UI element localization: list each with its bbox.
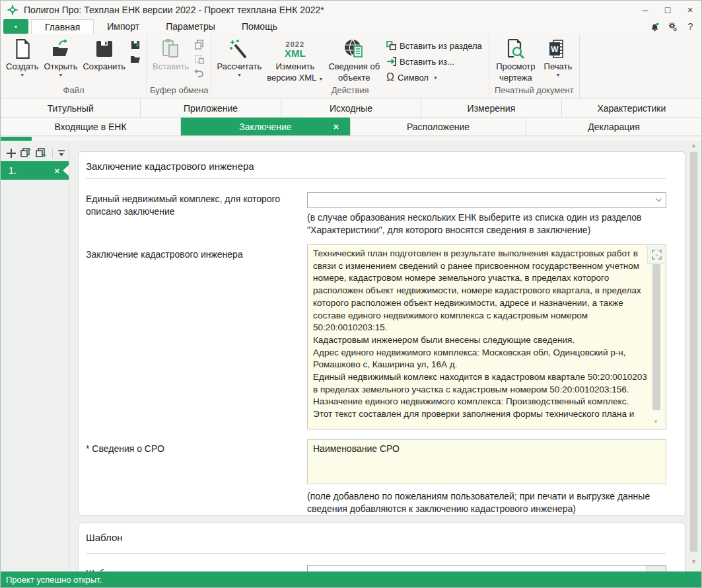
insert-from-section-icon	[386, 41, 396, 50]
ribbon-group-clipboard: Вставить Буфер обмена	[147, 34, 211, 98]
duplicate-record-icon[interactable]	[20, 148, 31, 158]
tab-kharakteristiki[interactable]: Характеристики	[562, 99, 701, 117]
copy-button[interactable]	[193, 39, 205, 50]
enk-combobox[interactable]	[307, 192, 666, 208]
tab-titulny[interactable]: Титульный	[1, 99, 141, 117]
enk-field-label: Единый недвижимый комплекс, для которого…	[86, 193, 308, 218]
insert-from-icon	[386, 57, 396, 66]
xml-2022-icon: 2022 XML	[285, 38, 306, 60]
records-sidebar: 1. ×	[1, 141, 69, 571]
change-xml-version-button[interactable]: 2022 XML Изменить версию XML ▼	[264, 35, 326, 84]
tab-zaklyuchenie[interactable]: Заключение ×	[181, 118, 351, 135]
chevron-down-icon	[656, 198, 662, 202]
drawing-preview-button[interactable]: Просмотр чертежа	[492, 35, 540, 83]
calculate-dropdown-caret: ▼	[237, 73, 242, 77]
scroll-up-icon[interactable]: ▲	[691, 142, 697, 149]
save-floppy-icon	[95, 38, 114, 60]
open-button[interactable]: Открыть ▼	[41, 35, 80, 77]
tab-prilozhenie[interactable]: Приложение	[141, 99, 281, 117]
calculate-button[interactable]: Рассчитать ▼	[214, 35, 264, 77]
template-section-card: Шаблон Шаблон	[78, 523, 685, 571]
section-title-conclusion: Заключение кадастрового инженера	[86, 161, 254, 172]
tab-deklaratsiya[interactable]: Декларация	[526, 118, 701, 135]
create-dropdown-caret: ▼	[20, 73, 24, 77]
sidebar-item-label: 1.	[9, 165, 17, 176]
status-message: Проект успешно открыт.	[6, 575, 102, 585]
title-bar: Полигон Про: Техплан ЕНК версии 2022 - П…	[1, 1, 701, 19]
minimize-button[interactable]: –	[634, 1, 656, 19]
sro-textarea[interactable]: Наименование СРО	[307, 439, 666, 484]
sidebar-item-close-icon[interactable]: ×	[54, 166, 59, 176]
tab-izmereniya[interactable]: Измерения	[421, 99, 561, 117]
document-tabs-row1: Титульный Приложение Исходные Измерения …	[1, 99, 701, 118]
print-button[interactable]: W Печать ▼	[540, 35, 577, 77]
section-divider	[86, 553, 666, 554]
template-browse-button[interactable]	[647, 566, 666, 571]
sro-field-hint: (поле добавлено по пожеланиям пользовате…	[307, 490, 666, 515]
collapse-list-icon[interactable]	[57, 149, 65, 157]
textarea-scroll-down-icon[interactable]: ▼	[653, 419, 658, 425]
tab-close-icon[interactable]: ×	[333, 122, 339, 132]
new-document-icon	[14, 38, 31, 60]
tab-import[interactable]: Импорт	[94, 19, 153, 34]
file-menu-button[interactable]: ▼	[3, 19, 28, 34]
ribbon: Создать ▼ Открыть ▼ Сохранить	[1, 34, 701, 98]
open-dropdown-caret: ▼	[58, 73, 63, 77]
undo-button[interactable]	[193, 68, 205, 79]
save-button[interactable]: Сохранить	[80, 35, 128, 71]
close-button[interactable]: ×	[679, 1, 701, 19]
scroll-down-icon[interactable]: ▼	[691, 558, 697, 565]
ribbon-group-print: Просмотр чертежа W Печать ▼ Печатный док…	[489, 34, 580, 98]
symbol-dropdown-caret: ▼	[433, 75, 438, 80]
word-document-icon: W	[548, 38, 568, 60]
help-icon[interactable]: ?	[685, 21, 696, 32]
expand-icon	[652, 250, 662, 260]
settings-gear-icon[interactable]	[667, 21, 678, 32]
insert-from-section-button[interactable]: Вставить из раздела	[386, 39, 482, 52]
conclusion-textarea[interactable]: Технический план подготовлен в результат…	[308, 246, 650, 428]
drawing-preview-icon	[506, 38, 526, 60]
document-tabs-row2: Входящие в ЕНК Заключение × Расположение…	[1, 118, 701, 136]
main-scrollbar-thumb[interactable]	[690, 152, 697, 552]
conclusion-field-label: Заключение кадастрового инженера	[86, 248, 308, 261]
notifications-bell-icon[interactable]	[649, 21, 660, 32]
app-logo-icon	[7, 4, 18, 16]
expand-editor-button[interactable]	[647, 246, 665, 264]
sidebar-item-1[interactable]: 1. ×	[1, 161, 69, 180]
app-window: Полигон Про: Техплан ЕНК версии 2022 - П…	[0, 0, 702, 588]
group-label-actions: Действия	[214, 84, 485, 98]
insert-from-button[interactable]: Вставить из...	[386, 55, 482, 68]
tab-pomosch[interactable]: Помощь	[228, 19, 291, 34]
save-as-button[interactable]	[129, 39, 141, 50]
textarea-scrollbar-thumb[interactable]	[652, 264, 660, 410]
tab-parametry[interactable]: Параметры	[153, 19, 228, 34]
symbol-button[interactable]: Ω Символ ▼	[386, 71, 482, 84]
paste-clipboard-icon	[161, 38, 181, 60]
magic-wand-icon	[229, 38, 249, 60]
maximize-button[interactable]: □	[656, 1, 679, 19]
textarea-scrollbar[interactable]: ▼	[652, 264, 660, 426]
add-record-icon[interactable]	[7, 149, 16, 158]
tab-raspolozhenie[interactable]: Расположение	[351, 118, 526, 135]
tab-iskhodnye[interactable]: Исходные	[281, 99, 421, 117]
copy-record-icon[interactable]	[36, 148, 46, 158]
toolbar-separator	[52, 148, 53, 159]
main-scrollbar[interactable]: ▲ ▼	[690, 142, 699, 569]
group-label-print: Печатный документ	[492, 84, 577, 98]
selected-item-notch	[63, 165, 69, 176]
omega-symbol-icon: Ω	[386, 73, 394, 82]
svg-text:W: W	[551, 45, 559, 54]
object-info-button[interactable]: Сведения об объекте	[326, 35, 382, 83]
tab-glavnaya[interactable]: Главная	[31, 19, 94, 34]
template-input[interactable]	[307, 565, 666, 571]
object-info-globe-icon	[343, 38, 365, 60]
section-divider	[86, 178, 666, 179]
create-button[interactable]: Создать ▼	[3, 35, 41, 77]
open-project-folder-button[interactable]	[129, 54, 141, 64]
group-label-file: Файл	[3, 84, 144, 98]
paste-special-button[interactable]	[193, 54, 205, 64]
paste-button[interactable]: Вставить	[150, 35, 192, 71]
status-bar: Проект успешно открыт.	[1, 571, 701, 587]
tab-vkhodyaschie-v-enk[interactable]: Входящие в ЕНК	[1, 118, 181, 135]
group-label-clipboard: Буфер обмена	[150, 84, 208, 98]
